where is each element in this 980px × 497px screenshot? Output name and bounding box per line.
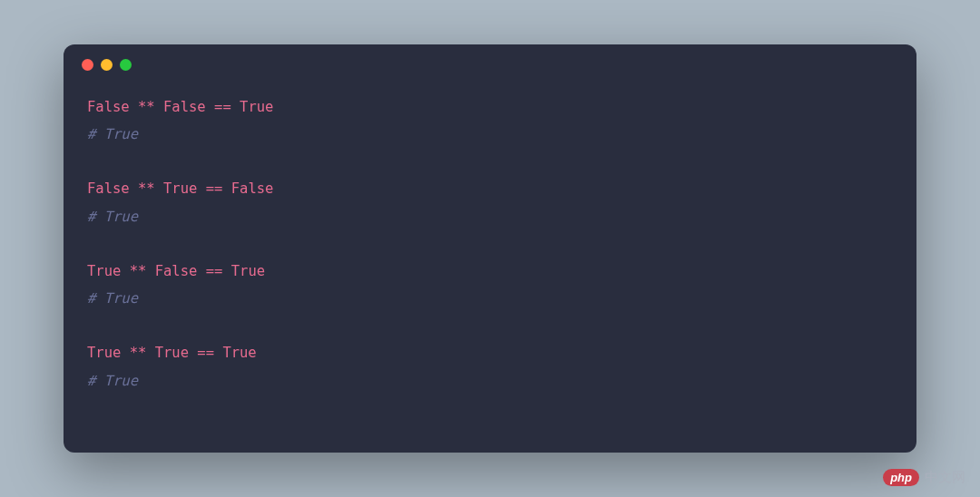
operator-eq: == [214,99,231,115]
code-window: False ** False == True # True False ** T… [64,44,916,453]
code-area: False ** False == True # True False ** T… [64,84,916,413]
comment-line-2: # True [87,203,893,230]
php-badge: php [883,469,919,486]
close-icon[interactable] [82,59,93,71]
keyword-true: True [231,263,265,279]
blank-line [87,230,893,258]
keyword-false: False [155,263,198,279]
watermark: php 中文网 [883,469,965,486]
comment: # True [87,126,138,142]
operator-eq: == [206,263,223,279]
blank-line [87,312,893,339]
comment: # True [87,373,138,389]
minimize-icon[interactable] [101,59,113,71]
operator-eq: == [197,345,214,361]
blank-line [87,148,893,175]
code-line-4: True ** True == True [87,339,893,366]
keyword-true: True [163,180,197,197]
keyword-false: False [87,99,130,115]
code-line-3: True ** False == True [87,258,893,285]
operator-pow: ** [138,99,155,115]
comment: # True [87,209,138,225]
operator-pow: ** [130,345,147,361]
operator-pow: ** [130,263,147,279]
keyword-false: False [87,180,130,197]
comment-line-4: # True [87,367,893,395]
operator-eq: == [206,180,223,197]
comment-line-3: # True [87,285,893,312]
window-titlebar [64,44,916,84]
keyword-true: True [155,345,189,361]
keyword-true: True [87,345,121,361]
keyword-false: False [163,99,206,115]
maximize-icon[interactable] [120,59,132,71]
watermark-text: 中文网 [925,469,965,486]
code-line-1: False ** False == True [87,93,893,121]
comment: # True [87,290,138,307]
operator-pow: ** [138,180,155,197]
keyword-true: True [87,263,121,279]
comment-line-1: # True [87,121,893,148]
keyword-true: True [240,99,273,115]
keyword-false: False [231,180,274,197]
keyword-true: True [222,345,256,361]
code-line-2: False ** True == False [87,175,893,202]
